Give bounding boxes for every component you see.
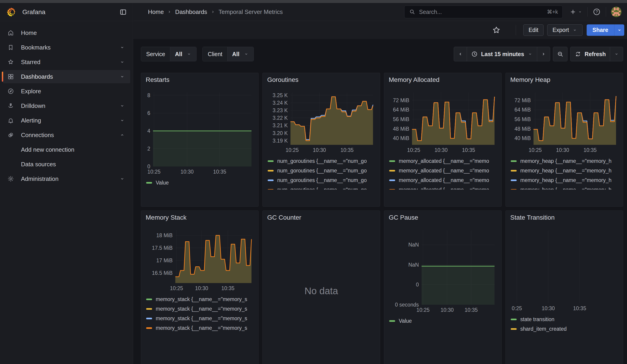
legend-item[interactable]: memory_stack {__name__="memory_s [146, 304, 255, 313]
legend-item[interactable]: memory_allocated {__name__="memo [389, 185, 498, 190]
svg-text:64 MiB: 64 MiB [393, 107, 409, 113]
share-button[interactable]: Share [587, 24, 614, 36]
legend-color-marker [511, 179, 517, 181]
sidebar-item-administration[interactable]: Administration [3, 172, 130, 185]
zoom-out-button[interactable] [553, 47, 567, 61]
svg-text:0 seconds: 0 seconds [395, 302, 419, 308]
home-icon [7, 29, 14, 36]
legend-color-marker [268, 160, 274, 162]
legend-item[interactable]: memory_stack {__name__="memory_s [146, 294, 255, 304]
time-shift-back-button[interactable] [454, 47, 467, 61]
service-variable-dropdown[interactable]: Service All [141, 47, 197, 61]
sidebar-item-connections[interactable]: Connections [3, 128, 130, 142]
dashboards-grid-icon [7, 73, 14, 80]
restarts-chart[interactable]: 10:2510:3010:3502468 [144, 91, 256, 177]
legend-item[interactable]: num_goroutines {__name__="num_go [268, 166, 377, 175]
legend-item[interactable]: memory_allocated {__name__="memo [389, 175, 498, 185]
goroutines-chart[interactable]: 10:2510:3010:353.19 K3.20 K3.21 K3.22 K3… [266, 91, 377, 155]
svg-text:8: 8 [147, 92, 150, 98]
refresh-interval-button[interactable] [610, 47, 623, 61]
legend-item[interactable]: memory_heap {__name__="memory_h [511, 166, 620, 175]
panel-title[interactable]: Memory Stack [146, 214, 255, 221]
breadcrumb-current: Temporal Server Metrics [219, 8, 283, 15]
svg-text:10:35: 10:35 [573, 305, 586, 311]
header-actions: ? [570, 7, 622, 17]
breadcrumb-home[interactable]: Home [148, 8, 164, 15]
legend-item[interactable]: num_goroutines {__name__="num_go [268, 185, 377, 190]
legend-item[interactable]: memory_stack {__name__="memory_s [146, 323, 255, 333]
legend-color-marker [389, 189, 395, 190]
legend-color-marker [146, 182, 152, 184]
svg-text:40 MiB: 40 MiB [514, 135, 531, 141]
add-menu-button[interactable] [570, 8, 582, 15]
panel-title[interactable]: Memory Heap [510, 76, 620, 84]
share-menu-button[interactable] [614, 24, 624, 36]
panel-title[interactable]: Restarts [146, 76, 255, 84]
legend-item[interactable]: memory_heap {__name__="memory_h [511, 156, 620, 166]
time-range-label: Last 15 minutes [481, 51, 524, 57]
avatar[interactable] [611, 7, 622, 17]
svg-text:0: 0 [147, 163, 150, 169]
gc-pause-chart[interactable]: 10:2510:3010:350 seconds0NaNNaN [387, 229, 499, 315]
edit-button[interactable]: Edit [523, 24, 544, 36]
panel-title[interactable]: Memory Allocated [389, 76, 498, 84]
favorite-star-button[interactable] [492, 26, 501, 34]
svg-text:10:35: 10:35 [221, 285, 235, 291]
sidebar-item-alerting[interactable]: Alerting [3, 114, 130, 127]
sidebar-item-starred[interactable]: Starred [3, 55, 130, 69]
memory-stack-chart[interactable]: 10:2510:3010:3516.5 MiB17 MiB17.5 MiB18 … [144, 229, 256, 293]
svg-text:10:35: 10:35 [340, 147, 354, 153]
sidebar-item-home[interactable]: Home [3, 26, 130, 40]
chevron-right-icon [210, 9, 215, 14]
legend-item[interactable]: state transition [511, 314, 620, 324]
svg-text:17.5 MiB: 17.5 MiB [152, 245, 173, 251]
time-shift-forward-button[interactable] [537, 47, 550, 61]
svg-text:3.20 K: 3.20 K [273, 130, 288, 136]
svg-text:72 MiB: 72 MiB [393, 97, 409, 103]
breadcrumb-dashboards[interactable]: Dashboards [175, 8, 207, 15]
memory-heap-chart[interactable]: 10:2510:3010:3540 MiB48 MiB56 MiB64 MiB7… [509, 91, 620, 155]
sidebar-item-bookmarks[interactable]: Bookmarks [3, 41, 130, 54]
svg-text:48 MiB: 48 MiB [514, 126, 531, 132]
panel-title[interactable]: State Transition [510, 214, 620, 221]
legend: state transition shard_item_created [511, 314, 620, 334]
sidebar-collapse-icon[interactable] [119, 8, 127, 16]
main-area: Home Dashboards Temporal Server Metrics … [133, 3, 627, 364]
panel-state-transition: State Transition 0:2510:3010:35 state tr… [506, 210, 623, 364]
legend-item[interactable]: memory_allocated {__name__="memo [389, 156, 498, 166]
legend-item[interactable]: memory_stack {__name__="memory_s [146, 313, 255, 323]
sidebar-item-add-new-connection[interactable]: Add new connection [3, 143, 130, 156]
refresh-button[interactable]: Refresh [571, 47, 610, 61]
help-button[interactable]: ? [593, 8, 601, 16]
legend-color-marker [146, 318, 152, 319]
panel-title[interactable]: GC Pause [389, 214, 498, 221]
sidebar-item-data-sources[interactable]: Data sources [3, 157, 130, 171]
legend-item[interactable]: shard_item_created [511, 324, 620, 334]
memory-allocated-chart[interactable]: 10:2510:3010:3540 MiB48 MiB56 MiB64 MiB7… [387, 91, 499, 155]
state-transition-chart[interactable]: 0:2510:3010:35 [509, 229, 620, 313]
client-variable-dropdown[interactable]: Client All [203, 47, 254, 61]
sidebar-item-dashboards[interactable]: Dashboards [3, 70, 130, 83]
legend-item[interactable]: Value [389, 316, 498, 326]
export-button[interactable]: Export [547, 24, 582, 36]
time-range-picker[interactable]: Last 15 minutes [467, 47, 537, 61]
legend-item[interactable]: memory_heap {__name__="memory_h [511, 175, 620, 185]
svg-text:10:30: 10:30 [542, 305, 555, 311]
svg-text:3.22 K: 3.22 K [273, 115, 288, 121]
legend-item[interactable]: Value [146, 178, 255, 188]
chevron-down-icon [186, 51, 192, 57]
sidebar-item-drilldown[interactable]: Drilldown [3, 99, 130, 112]
legend-item[interactable]: memory_heap {__name__="memory_h [511, 185, 620, 190]
window-top-strip [0, 0, 627, 3]
svg-text:3.23 K: 3.23 K [273, 107, 288, 113]
legend-item[interactable]: memory_allocated {__name__="memo [389, 166, 498, 175]
legend-item[interactable]: num_goroutines {__name__="num_go [268, 175, 377, 185]
sidebar-item-explore[interactable]: Explore [3, 85, 130, 98]
client-value: All [232, 51, 239, 57]
search-input[interactable]: Search... ⌘+k [404, 5, 563, 18]
panel-title[interactable]: Goroutines [267, 76, 377, 84]
legend-item[interactable]: num_goroutines {__name__="num_go [268, 156, 377, 166]
legend-color-marker [511, 160, 517, 162]
svg-text:17 MiB: 17 MiB [156, 258, 173, 263]
legend: memory_allocated {__name__="memo memory_… [389, 156, 498, 190]
